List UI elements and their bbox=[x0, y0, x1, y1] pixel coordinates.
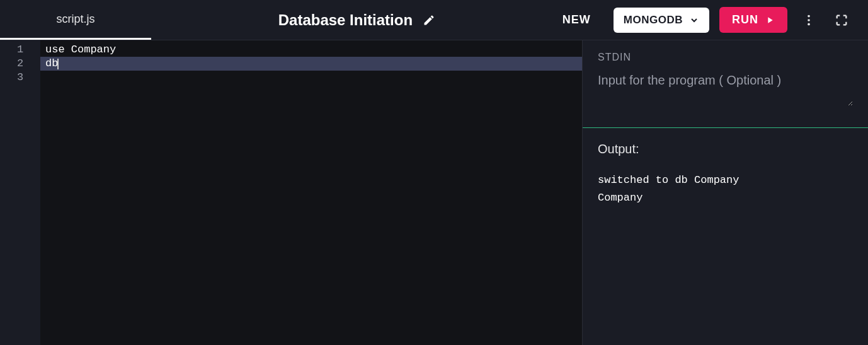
line-number: 1 bbox=[0, 43, 40, 57]
header: script.js Database Initiation NEW MONGOD… bbox=[0, 0, 868, 40]
chevron-down-icon bbox=[689, 15, 699, 25]
stdin-label: STDIN bbox=[598, 52, 853, 63]
code-line: use Company bbox=[40, 43, 582, 57]
run-button[interactable]: RUN bbox=[719, 7, 787, 33]
main: 1 2 3 use Company db STDIN Output: switc… bbox=[0, 40, 868, 345]
output-text: switched to db Company Company bbox=[598, 172, 853, 207]
line-number: 3 bbox=[0, 71, 40, 85]
page-title: Database Initiation bbox=[278, 11, 413, 29]
line-number: 2 bbox=[0, 57, 40, 71]
new-button[interactable]: NEW bbox=[562, 13, 591, 26]
side-pane: STDIN Output: switched to db Company Com… bbox=[582, 40, 868, 345]
title-area: Database Initiation bbox=[151, 11, 562, 29]
edit-icon[interactable] bbox=[423, 14, 435, 26]
stdin-section: STDIN bbox=[583, 40, 868, 128]
tab-script[interactable]: script.js bbox=[0, 0, 151, 40]
output-label: Output: bbox=[598, 142, 853, 156]
output-section: Output: switched to db Company Company bbox=[583, 128, 868, 221]
stdin-input[interactable] bbox=[598, 73, 853, 106]
language-label: MONGODB bbox=[624, 14, 683, 26]
header-actions: NEW MONGODB RUN bbox=[562, 7, 868, 33]
more-menu-button[interactable] bbox=[797, 9, 820, 32]
code-line: db bbox=[40, 57, 582, 71]
tab-area: script.js bbox=[0, 0, 151, 40]
more-vertical-icon bbox=[802, 13, 816, 27]
text-cursor bbox=[57, 59, 59, 69]
play-icon bbox=[765, 15, 775, 25]
svg-point-1 bbox=[808, 19, 810, 21]
editor-gutter: 1 2 3 bbox=[0, 40, 40, 345]
fullscreen-button[interactable] bbox=[830, 9, 853, 32]
code-area[interactable]: use Company db bbox=[40, 40, 582, 345]
language-select[interactable]: MONGODB bbox=[614, 8, 709, 33]
run-label: RUN bbox=[732, 13, 758, 26]
svg-point-0 bbox=[808, 15, 810, 17]
code-line bbox=[40, 71, 582, 85]
svg-point-2 bbox=[808, 23, 810, 25]
editor-pane[interactable]: 1 2 3 use Company db bbox=[0, 40, 582, 345]
fullscreen-icon bbox=[835, 13, 848, 27]
